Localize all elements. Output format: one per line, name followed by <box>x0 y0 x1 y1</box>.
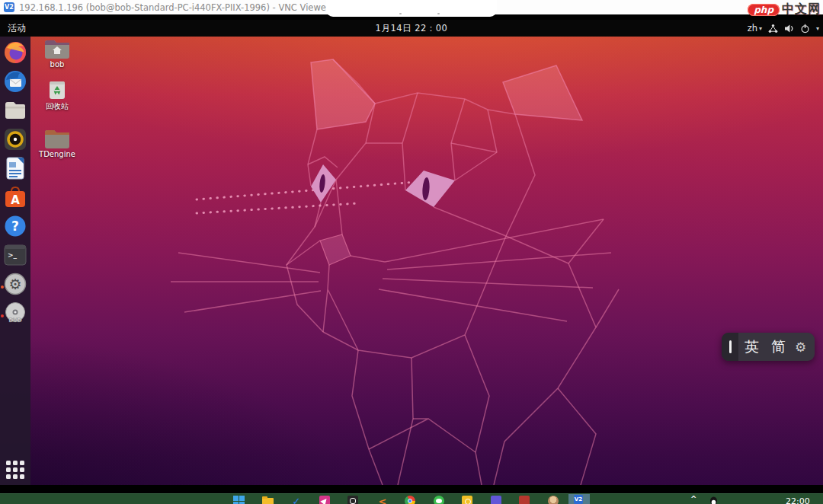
ime-english-button[interactable]: 英 <box>738 333 765 361</box>
terminal-icon: >_ <box>4 244 27 266</box>
help-icon: ? <box>4 215 27 238</box>
desktop-icon-trash[interactable]: 回收站 <box>36 79 78 112</box>
svg-text:A: A <box>11 193 20 207</box>
taskbar-purple-app[interactable] <box>491 496 503 504</box>
desktop-icon-home[interactable]: bob <box>36 38 78 69</box>
vnc-icon: V2 <box>574 495 583 504</box>
desktop-icon-label: bob <box>36 60 78 69</box>
taskbar-dark-camera-app[interactable] <box>347 496 360 504</box>
dock-item-settings[interactable]: ⚙ <box>3 272 27 296</box>
vnc-app-icon: V2 <box>4 2 14 12</box>
windows-taskbar: ✓ < V2 ^ 22:00 <box>0 493 823 504</box>
ime-simplified-button[interactable]: 简 <box>765 333 792 361</box>
input-language-indicator[interactable]: zh ▾ <box>748 23 762 33</box>
svg-text:DVD: DVD <box>8 317 21 324</box>
svg-text:>_: >_ <box>8 251 18 259</box>
tab-dot <box>437 13 440 14</box>
activities-button[interactable]: 活动 <box>0 20 34 37</box>
chrome-icon <box>405 496 415 504</box>
system-menu[interactable]: ▾ <box>768 24 819 33</box>
php-badge: php <box>748 4 780 16</box>
tab-dot <box>399 13 402 14</box>
taskbar-file-explorer[interactable] <box>262 496 274 504</box>
taskbar-avatar-app[interactable] <box>548 496 560 504</box>
dock-item-terminal[interactable]: >_ <box>3 243 27 267</box>
dock-item-rhythmbox[interactable] <box>3 127 27 152</box>
trash-icon <box>47 78 67 100</box>
red-app-icon <box>519 496 530 504</box>
taskbar-wechat[interactable] <box>434 496 446 504</box>
watermark-logo: php 中文网 <box>748 2 821 18</box>
home-folder-icon <box>44 39 70 59</box>
dock-item-thunderbird[interactable] <box>3 69 27 94</box>
chevron-down-icon: ▾ <box>759 25 762 32</box>
watermark-text: 中文网 <box>782 2 821 18</box>
topbar-clock[interactable]: 1月14日 22：00 <box>376 20 448 37</box>
svg-text:⚙: ⚙ <box>8 276 21 292</box>
qq-penguin-icon <box>709 496 718 504</box>
svg-text:?: ? <box>11 219 19 234</box>
taskbar-chrome[interactable] <box>405 496 417 504</box>
show-applications-button[interactable] <box>6 461 24 479</box>
dock-item-ubuntu-software[interactable]: A <box>3 185 27 209</box>
volume-icon <box>784 24 794 33</box>
taskbar-clock[interactable]: 22:00 <box>786 496 810 504</box>
dock: A ? >_ <box>0 37 30 485</box>
taskbar-blue-check-app[interactable]: ✓ <box>290 496 303 504</box>
network-icon <box>768 24 778 33</box>
rhythmbox-icon <box>4 128 27 151</box>
purple-app-icon <box>491 496 501 504</box>
tray-qq[interactable] <box>709 495 722 504</box>
ime-text-cursor-icon <box>722 333 738 361</box>
power-icon <box>800 24 810 33</box>
camera-icon <box>347 496 358 504</box>
dock-item-files[interactable] <box>3 98 27 123</box>
dock-item-dvd[interactable]: DVD <box>3 301 27 325</box>
taskbar-pink-fan-app[interactable] <box>319 496 331 504</box>
desktop-wallpaper: A ? >_ <box>0 37 823 485</box>
vnc-toolbar-tab[interactable] <box>326 0 497 17</box>
ime-popup: 英 简 ⚙ <box>722 333 815 361</box>
desktop-icon-tdengine[interactable]: TDengine <box>36 128 78 158</box>
folder-icon <box>262 498 274 504</box>
taskbar-red-app[interactable] <box>519 496 531 504</box>
taskbar-yellow-dot-app[interactable] <box>462 496 474 504</box>
fan-icon <box>319 496 330 504</box>
dock-item-firefox[interactable] <box>3 40 27 65</box>
chevron-down-icon: ▾ <box>816 25 819 32</box>
settings-gear-icon: ⚙ <box>4 273 27 295</box>
yellow-app-icon <box>462 496 472 504</box>
ubuntu-software-icon: A <box>4 186 27 209</box>
files-folder-icon <box>4 100 27 120</box>
windows-start-button[interactable] <box>233 496 245 504</box>
fossa-wallpaper-art <box>0 37 823 485</box>
ime-settings-gear-icon[interactable]: ⚙ <box>792 340 815 355</box>
firefox-icon <box>4 41 27 64</box>
dvd-disc-icon: DVD <box>4 301 27 324</box>
taskbar-vnc-viewer-active[interactable]: V2 <box>568 494 590 504</box>
writer-icon <box>5 157 25 180</box>
folder-icon <box>44 129 70 148</box>
tray-chevron-up-icon[interactable]: ^ <box>690 495 697 503</box>
window-title: 192.168.1.196 (bob@bob-Standard-PC-i440F… <box>19 2 330 13</box>
avatar <box>548 496 559 504</box>
taskbar-orange-angle-app[interactable]: < <box>376 496 389 504</box>
dock-item-help[interactable]: ? <box>3 214 27 238</box>
running-indicator <box>1 285 4 289</box>
gnome-top-bar: 活动 1月14日 22：00 zh ▾ ▾ <box>0 20 823 37</box>
running-indicator <box>1 314 4 317</box>
thunderbird-icon <box>4 70 27 93</box>
desktop-icon-label: 回收站 <box>36 101 78 112</box>
desktop-icon-label: TDengine <box>36 150 78 158</box>
dock-item-libreoffice-writer[interactable] <box>3 156 27 180</box>
wechat-icon <box>434 496 444 504</box>
screen: V2 192.168.1.196 (bob@bob-Standard-PC-i4… <box>0 0 823 504</box>
